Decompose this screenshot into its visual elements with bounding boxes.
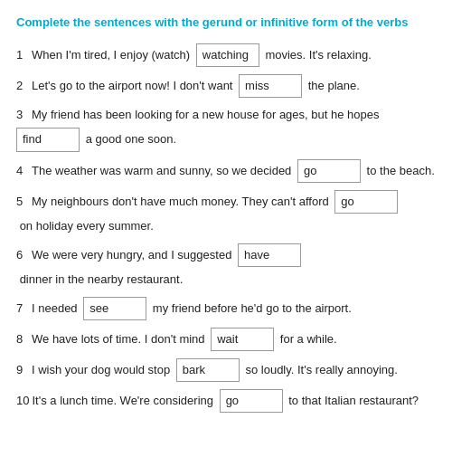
sentence-1-text-0: When I'm tired, I enjoy (watch) bbox=[32, 45, 193, 65]
answer-box-1[interactable]: watching bbox=[196, 43, 259, 67]
sentence-4-text-2: to the beach. bbox=[363, 161, 435, 181]
sentence-10-text-0: It's a lunch time. We're considering bbox=[32, 391, 216, 411]
sentence-10-text-2: to that Italian restaurant? bbox=[286, 391, 419, 411]
sentence-1-text-2: movies. It's relaxing. bbox=[262, 45, 372, 65]
sentence-row: 3My friend has been looking for a new ho… bbox=[16, 105, 436, 151]
answer-box-4[interactable]: go bbox=[297, 159, 361, 183]
sentence-number-2: 2 bbox=[16, 76, 29, 96]
sentence-7-text-0: I needed bbox=[32, 299, 80, 319]
sentence-row: 7I needed see my friend before he'd go t… bbox=[16, 297, 436, 320]
sentence-4-text-0: The weather was warm and sunny, so we de… bbox=[32, 161, 295, 181]
sentence-8-text-0: We have lots of time. I don't mind bbox=[32, 329, 208, 349]
sentence-2-text-2: the plane. bbox=[305, 76, 360, 96]
sentence-6-text-0: We were very hungry, and I suggested bbox=[32, 245, 235, 265]
sentence-9-text-2: so loudly. It's really annoying. bbox=[242, 360, 398, 380]
sentence-row: 8We have lots of time. I don't mind wait… bbox=[16, 328, 436, 351]
answer-box-3[interactable]: find bbox=[16, 128, 80, 151]
answer-box-2[interactable]: miss bbox=[239, 74, 302, 98]
sentence-number-4: 4 bbox=[16, 161, 29, 181]
answer-box-5[interactable]: go bbox=[334, 190, 398, 214]
sentence-number-1: 1 bbox=[16, 45, 29, 65]
answer-box-8[interactable]: wait bbox=[211, 328, 274, 351]
sentence-number-5: 5 bbox=[16, 192, 29, 212]
sentence-number-3: 3 bbox=[16, 105, 29, 125]
sentence-row: 2Let's go to the airport now! I don't wa… bbox=[16, 74, 436, 98]
sentence-row: 6We were very hungry, and I suggested ha… bbox=[16, 243, 436, 290]
sentence-7-text-2: my friend before he'd go to the airport. bbox=[149, 299, 352, 319]
answer-box-6[interactable]: have bbox=[238, 243, 301, 267]
sentence-5-text-2: on holiday every summer. bbox=[16, 216, 154, 236]
sentence-row: 5My neighbours don't have much money. Th… bbox=[16, 190, 436, 236]
sentence-row: 10It's a lunch time. We're considering g… bbox=[16, 389, 436, 413]
sentence-6-text-2: dinner in the nearby restaurant. bbox=[16, 270, 183, 290]
sentence-9-text-0: I wish your dog would stop bbox=[32, 360, 174, 380]
exercise-container: 1When I'm tired, I enjoy (watch) watchin… bbox=[16, 43, 436, 413]
sentence-number-8: 8 bbox=[16, 329, 29, 349]
sentence-2-text-0: Let's go to the airport now! I don't wan… bbox=[32, 76, 236, 96]
answer-box-9[interactable]: bark bbox=[176, 358, 240, 382]
sentence-row: 1When I'm tired, I enjoy (watch) watchin… bbox=[16, 43, 436, 67]
sentence-row: 4The weather was warm and sunny, so we d… bbox=[16, 159, 436, 183]
answer-box-7[interactable]: see bbox=[83, 297, 146, 320]
sentence-number-10: 10 bbox=[16, 391, 29, 411]
answer-box-10[interactable]: go bbox=[220, 389, 283, 413]
sentence-row: 9I wish your dog would stop bark so loud… bbox=[16, 358, 436, 382]
sentence-5-text-0: My neighbours don't have much money. The… bbox=[32, 192, 332, 212]
sentence-number-9: 9 bbox=[16, 360, 29, 380]
sentence-8-text-2: for a while. bbox=[277, 329, 337, 349]
sentence-3-text-2: a good one soon. bbox=[82, 129, 176, 149]
sentence-3-text-0: My friend has been looking for a new hou… bbox=[32, 105, 382, 125]
sentence-number-6: 6 bbox=[16, 245, 29, 265]
sentence-number-7: 7 bbox=[16, 299, 29, 319]
page-title: Complete the sentences with the gerund o… bbox=[16, 14, 436, 31]
